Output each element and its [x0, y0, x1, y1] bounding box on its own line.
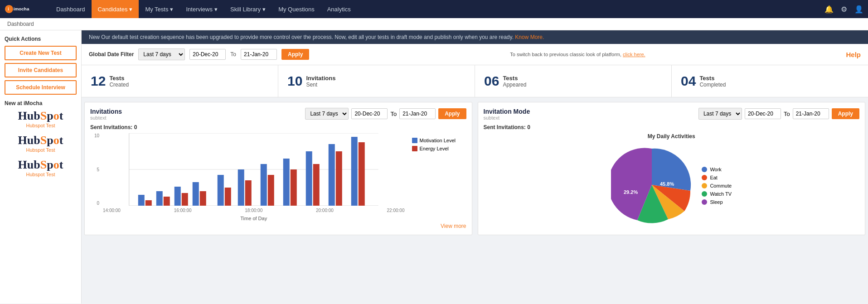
stat-num-tests-created: 12 [91, 73, 106, 89]
y-axis: 10 5 0 [90, 133, 99, 206]
date-to-input[interactable] [241, 49, 277, 60]
invitations-filters: Last 7 days To Apply [305, 108, 466, 120]
stat-sub-invitations-sent: Sent [306, 82, 335, 88]
nav-item-candidates[interactable]: Candidates ▾ [92, 0, 139, 18]
x-tick-2: 16:00:00 [174, 208, 192, 213]
commute-dot [702, 183, 707, 188]
quick-actions-title: Quick Actions [5, 36, 77, 42]
stat-label-invitations-sent: Invitations [306, 75, 335, 82]
to-label: To [230, 51, 236, 58]
inv-mode-date-from[interactable] [745, 108, 781, 119]
pie-section: 45.8% 29.2% Work Eat [484, 144, 860, 227]
hubspot-logo-3: HubSpot [5, 159, 77, 171]
main-layout: Quick Actions Create New Test Invite Can… [0, 30, 868, 304]
svg-point-0 [5, 5, 13, 13]
inv-mode-apply-button[interactable]: Apply [832, 108, 859, 119]
invitations-chart-area: 10 5 0 [90, 133, 466, 221]
work-label: Work [710, 167, 721, 172]
bar-chart-svg [101, 133, 407, 206]
svg-rect-18 [245, 180, 252, 206]
date-from-input[interactable] [189, 49, 226, 60]
nav-item-dashboard[interactable]: Dashboard [50, 0, 92, 18]
navbar: i imocha Dashboard Candidates ▾ My Tests… [0, 0, 868, 18]
view-more-link[interactable]: View more [90, 223, 466, 229]
svg-rect-25 [329, 144, 335, 206]
x-tick-3: 18:00:00 [245, 208, 262, 213]
hubspot-item-3[interactable]: HubSpot Hubspot Test [5, 159, 77, 177]
inv-mode-title-block: Invitation Mode subtext [484, 108, 698, 121]
nav-item-interviews[interactable]: Interviews ▾ [179, 0, 224, 18]
motivation-dot [412, 138, 417, 143]
invitations-apply-button[interactable]: Apply [438, 108, 466, 119]
sleep-label: Sleep [710, 199, 723, 205]
content-area: New Our default test creation sequence h… [82, 30, 868, 304]
bell-icon[interactable]: 🔔 [824, 5, 834, 14]
eat-label: Eat [710, 175, 718, 180]
svg-text:imocha: imocha [14, 7, 29, 12]
logo[interactable]: i imocha [5, 5, 45, 14]
create-new-test-button[interactable]: Create New Test [5, 46, 77, 60]
know-more-link[interactable]: Know More. [515, 34, 544, 40]
stat-label-tests-created: Tests [109, 75, 129, 82]
y-label-0: 0 [90, 201, 99, 206]
inv-mode-to-label: To [784, 111, 790, 117]
global-apply-button[interactable]: Apply [281, 49, 309, 60]
chart-legend: Motivation Level Energy Level [412, 133, 466, 221]
commute-label: Commute [710, 183, 732, 188]
stat-tests-completed: 04 Tests Completed [672, 65, 868, 97]
chevron-down-icon: ▾ [129, 6, 132, 13]
svg-rect-9 [156, 191, 163, 206]
bar-chart-wrapper: 10 5 0 [90, 133, 407, 221]
breadcrumb: Dashboard [0, 18, 868, 30]
hubspot-item-2[interactable]: HubSpot Hubspot Test [5, 135, 77, 153]
sent-invitations-count: 0 [134, 124, 137, 130]
pie-legend-work: Work [702, 167, 732, 172]
stat-sub-tests-created: Created [109, 82, 129, 88]
invitations-date-select[interactable]: Last 7 days [305, 108, 349, 120]
svg-rect-15 [218, 175, 224, 206]
pie-legend-eat: Eat [702, 175, 732, 180]
invitations-date-to[interactable] [399, 108, 436, 119]
x-axis-label: Time of Day [101, 216, 407, 221]
panels-row: Invitations subtext Last 7 days To Apply [82, 97, 868, 240]
nav-items: Dashboard Candidates ▾ My Tests ▾ Interv… [50, 0, 824, 18]
inv-mode-date-select[interactable]: Last 7 days [698, 108, 742, 120]
svg-rect-13 [193, 182, 199, 206]
user-avatar[interactable]: 👤 [854, 5, 863, 14]
pie-legend-sleep: Sleep [702, 199, 732, 205]
legend-motivation-label: Motivation Level [420, 138, 456, 143]
energy-dot [412, 146, 417, 151]
inv-mode-sent-label: Sent Invitations: 0 [484, 124, 860, 130]
svg-rect-16 [225, 188, 231, 206]
chevron-down-icon: ▾ [214, 6, 218, 13]
x-axis-ticks: 14:00:00 16:00:00 18:00:00 20:00:00 22:0… [101, 207, 407, 214]
nav-item-my-tests[interactable]: My Tests ▾ [139, 0, 179, 18]
hubspot-logo-1: HubSpot [5, 110, 77, 122]
chevron-down-icon: ▾ [170, 6, 173, 13]
nav-item-analytics[interactable]: Analytics [321, 0, 357, 18]
classic-link-anchor[interactable]: click here. [623, 52, 645, 57]
help-link[interactable]: Help [846, 51, 861, 58]
inv-mode-date-to[interactable] [793, 108, 829, 119]
invitations-to-label: To [390, 111, 397, 117]
nav-item-skill-library[interactable]: Skill Library ▾ [224, 0, 272, 18]
date-range-select[interactable]: Last 7 days Last 30 days Last 90 days Cu… [138, 48, 185, 60]
hubspot-item-1[interactable]: HubSpot Hubspot Test [5, 110, 77, 128]
invite-candidates-button[interactable]: Invite Candidates [5, 63, 77, 77]
pie-chart-title: My Daily Activities [484, 133, 860, 140]
gear-icon[interactable]: ⚙ [841, 5, 847, 14]
nav-item-my-questions[interactable]: My Questions [272, 0, 320, 18]
invitations-date-from[interactable] [351, 108, 388, 119]
global-filter-bar: Global Date Filter Last 7 days Last 30 d… [82, 44, 868, 65]
stat-label-tests-completed: Tests [699, 75, 726, 82]
schedule-interview-button[interactable]: Schedule Interview [5, 80, 77, 95]
eat-dot [702, 175, 707, 180]
x-tick-4: 20:00:00 [316, 208, 334, 213]
invitations-panel-title: Invitations [90, 108, 305, 115]
svg-rect-23 [306, 151, 312, 206]
inv-mode-panel-header: Invitation Mode subtext Last 7 days To A… [484, 108, 860, 121]
svg-rect-22 [291, 169, 297, 206]
sidebar: Quick Actions Create New Test Invite Can… [0, 30, 82, 304]
stat-num-tests-completed: 04 [681, 73, 696, 89]
svg-text:i: i [8, 7, 9, 12]
